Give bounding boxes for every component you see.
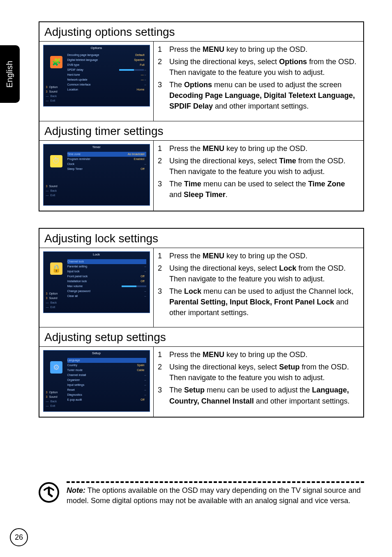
osd-title: Timer [44,144,150,149]
step-number: 3 [158,286,164,318]
osd-rows: Decoding page languageDefaultDigital tel… [67,53,146,92]
osd-row-label: Country [67,363,78,367]
step: 2Using the directional keys, select Lock… [158,263,358,284]
osd-row-label: Organizer [67,378,80,382]
osd-row: Digital teletext languageSpanish [67,58,146,63]
step-number: 1 [158,44,164,55]
note-heading: Note: [67,486,85,494]
osd-row-value: Off [141,398,144,401]
osd-row: Common interface – [67,82,146,87]
osd-row-bar [122,285,146,287]
osd-category-icon: 🔒 [50,262,62,275]
step-text: The Time menu can be used to select the … [169,179,358,200]
osd-row-value: Spanish [134,58,144,61]
dash-icon: – [145,378,146,381]
dash-icon: – [144,68,146,71]
osd-row-label: Decoding page language [67,53,99,57]
osd-row: Tuner modeCable [67,368,146,373]
dash-icon: – [145,383,146,386]
step-bold: Sleep Timer [184,190,226,199]
osd-row-label: Hard-tune [67,73,80,77]
page-number: 26 [10,528,28,546]
osd-row-label: Sleep Timer [67,167,83,171]
step-number: 3 [158,79,164,111]
osd-row-label: E-pop audit [67,398,82,402]
step: 3The Setup menu can be used to adjust th… [158,385,358,406]
steps-list: 1Press the MENU key to bring up the OSD.… [154,347,363,417]
step-number: 1 [158,143,164,154]
osd-row-label: Installation lock [67,279,87,283]
osd-screen: Lock🔒Channel lockParental setting –Input… [43,251,150,313]
osd-row-value: Default [135,53,144,56]
osd-left-menu: 3Option3Sound—Back—Exit [46,85,58,103]
osd-row-label: Program reminder [67,157,90,161]
osd-row: Hard-tune— – [67,72,146,77]
note-block: Note: The options available on the OSD m… [39,481,364,506]
osd-row-label: Input lock [67,269,80,274]
osd-row-label: DVB type [67,63,80,67]
dash-icon: – [145,265,146,268]
osd-row: CountrySpain [67,363,146,368]
osd-row-label: Clear all [67,294,78,298]
dash-icon: – [145,270,146,273]
step-number: 3 [158,385,164,406]
step-bold: Setup [184,386,205,394]
step-bold: Setup [279,363,300,371]
language-tab: English [0,45,20,103]
step: 2Using the directional keys, select Opti… [158,56,358,78]
osd-row-label: Diagnostics [67,393,82,397]
step-text: Press the MENU key to bring up the OSD. [169,44,358,55]
language-tab-label: English [5,60,15,88]
osd-row-label: Location [67,88,78,92]
step-text: Using the directional keys, select Lock … [169,263,358,284]
step-bold: MENU [203,45,224,53]
step: 1Press the MENU key to bring up the OSD. [158,44,358,55]
osd-row: Max volume [67,284,146,289]
note-body: The options available on the OSD may var… [67,486,361,505]
osd-row-label: Parental setting [67,265,88,269]
osd-row-value: Off [141,167,144,170]
step-bold: Time Zone [308,180,345,188]
step-bold: Lock [279,264,296,272]
osd-row-label: Common interface [67,83,91,87]
osd-screen: Setup⚙LanguageCountrySpainTuner modeCabl… [43,350,150,412]
section-body: Setup⚙LanguageCountrySpainTuner modeCabl… [39,346,363,417]
settings-box: Adjusting options settingsOptions🧩Decodi… [39,21,364,211]
step-text: The Options menu can be used to adjust t… [169,79,358,111]
dash-icon: – [145,83,146,86]
osd-left-menu: 3Sound—Back—Exit [46,184,58,197]
osd-row: Front panel lockOff [67,274,146,279]
step: 1Press the MENU key to bring up the OSD. [158,251,358,261]
osd-title: Setup [44,350,150,355]
osd-row: Clock – [67,162,146,167]
osd-row-label: Max volume [67,284,83,288]
section-title: Adjusting options settings [39,22,363,41]
osd-row-label: Reset [67,388,75,392]
osd-title: Lock [44,252,150,256]
osd-row-value: — [141,73,144,76]
step: 3The Lock menu can be used to adjust the… [158,286,358,318]
osd-left-menu-item: 3Sound [46,395,58,399]
step-number: 2 [158,263,164,284]
step-number: 2 [158,362,164,383]
osd-row-label: Time zone [67,152,81,156]
step-bold: Options [279,58,307,66]
osd-category-icon: 🧩 [50,56,62,68]
osd-row-label: Digital teletext language [67,58,98,62]
osd-row-bar [119,69,144,71]
step-number: 1 [158,349,164,360]
osd-left-menu-item: —Exit [46,98,58,103]
page-content: Adjusting options settingsOptions🧩Decodi… [39,21,364,434]
step-bold: MENU [203,350,224,359]
note-icon [39,482,59,503]
osd-row: Sleep TimerOff [67,167,146,172]
osd-row: Network update— – [67,77,146,82]
osd-rows: Channel lockParental setting –Input lock… [67,259,146,299]
osd-left-menu-item: —Exit [46,193,58,197]
osd-left-menu-item: 3Option [46,390,58,395]
osd-row: Change password – [67,289,146,294]
step-bold: Decoding Page Language, Digital Teletext… [169,91,355,110]
section-title: Adjusting timer settings [39,121,363,140]
osd-row: Time zoneAs broadcast [67,152,146,157]
section-body: Lock🔒Channel lockParental setting –Input… [39,248,363,327]
